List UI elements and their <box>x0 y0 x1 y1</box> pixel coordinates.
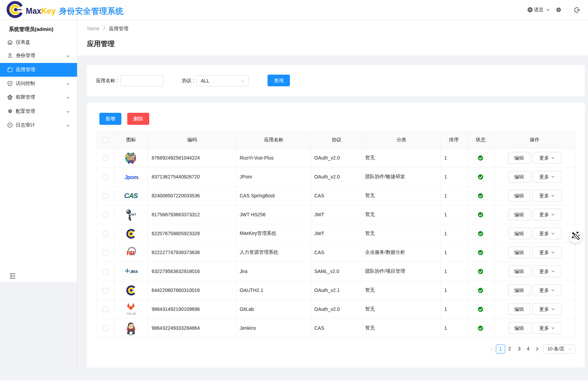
svg-text:GitLab: GitLab <box>127 312 136 315</box>
svg-text:JWT: JWT <box>130 213 137 216</box>
svg-text:JIRA: JIRA <box>130 270 138 274</box>
svg-text:Jpom: Jpom <box>124 174 138 180</box>
svg-text:HR: HR <box>127 250 135 256</box>
